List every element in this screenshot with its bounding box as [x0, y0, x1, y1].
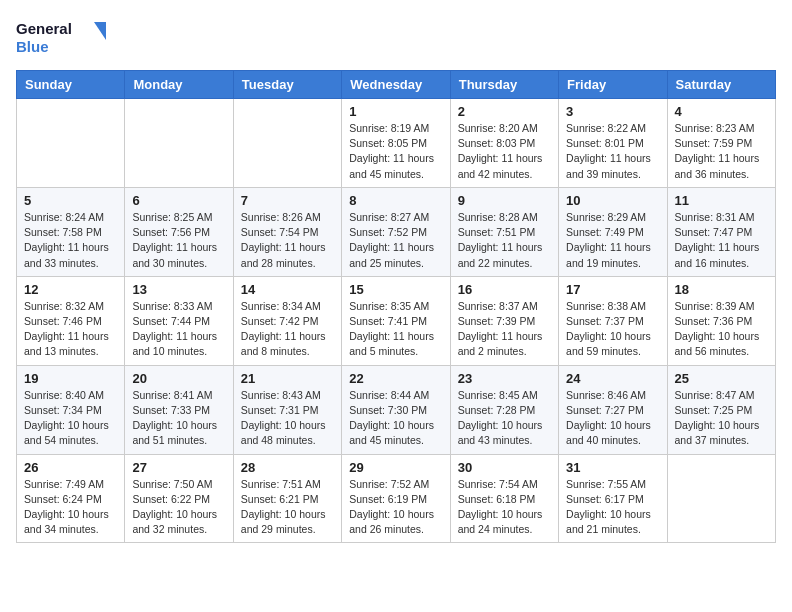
- calendar-cell: 9Sunrise: 8:28 AM Sunset: 7:51 PM Daylig…: [450, 187, 558, 276]
- calendar-cell: 15Sunrise: 8:35 AM Sunset: 7:41 PM Dayli…: [342, 276, 450, 365]
- calendar-cell: 5Sunrise: 8:24 AM Sunset: 7:58 PM Daylig…: [17, 187, 125, 276]
- svg-marker-2: [94, 22, 106, 40]
- calendar-cell: 28Sunrise: 7:51 AM Sunset: 6:21 PM Dayli…: [233, 454, 341, 543]
- day-number: 12: [24, 282, 117, 297]
- column-header-monday: Monday: [125, 71, 233, 99]
- calendar-cell: 26Sunrise: 7:49 AM Sunset: 6:24 PM Dayli…: [17, 454, 125, 543]
- day-info: Sunrise: 8:47 AM Sunset: 7:25 PM Dayligh…: [675, 388, 768, 449]
- day-number: 31: [566, 460, 659, 475]
- calendar-cell: 12Sunrise: 8:32 AM Sunset: 7:46 PM Dayli…: [17, 276, 125, 365]
- column-header-thursday: Thursday: [450, 71, 558, 99]
- day-info: Sunrise: 7:51 AM Sunset: 6:21 PM Dayligh…: [241, 477, 334, 538]
- calendar-cell: [17, 99, 125, 188]
- column-header-friday: Friday: [559, 71, 667, 99]
- calendar-week-row: 26Sunrise: 7:49 AM Sunset: 6:24 PM Dayli…: [17, 454, 776, 543]
- generalblue-logo: General Blue: [16, 16, 106, 62]
- day-info: Sunrise: 8:34 AM Sunset: 7:42 PM Dayligh…: [241, 299, 334, 360]
- calendar-cell: 7Sunrise: 8:26 AM Sunset: 7:54 PM Daylig…: [233, 187, 341, 276]
- calendar-cell: [233, 99, 341, 188]
- calendar-cell: 17Sunrise: 8:38 AM Sunset: 7:37 PM Dayli…: [559, 276, 667, 365]
- day-number: 24: [566, 371, 659, 386]
- calendar-cell: 10Sunrise: 8:29 AM Sunset: 7:49 PM Dayli…: [559, 187, 667, 276]
- day-info: Sunrise: 8:43 AM Sunset: 7:31 PM Dayligh…: [241, 388, 334, 449]
- day-info: Sunrise: 8:20 AM Sunset: 8:03 PM Dayligh…: [458, 121, 551, 182]
- day-number: 20: [132, 371, 225, 386]
- day-number: 16: [458, 282, 551, 297]
- day-number: 10: [566, 193, 659, 208]
- day-info: Sunrise: 7:54 AM Sunset: 6:18 PM Dayligh…: [458, 477, 551, 538]
- calendar-cell: 13Sunrise: 8:33 AM Sunset: 7:44 PM Dayli…: [125, 276, 233, 365]
- calendar-week-row: 12Sunrise: 8:32 AM Sunset: 7:46 PM Dayli…: [17, 276, 776, 365]
- day-info: Sunrise: 8:23 AM Sunset: 7:59 PM Dayligh…: [675, 121, 768, 182]
- day-number: 28: [241, 460, 334, 475]
- day-number: 29: [349, 460, 442, 475]
- day-info: Sunrise: 8:40 AM Sunset: 7:34 PM Dayligh…: [24, 388, 117, 449]
- day-info: Sunrise: 8:46 AM Sunset: 7:27 PM Dayligh…: [566, 388, 659, 449]
- calendar-cell: 2Sunrise: 8:20 AM Sunset: 8:03 PM Daylig…: [450, 99, 558, 188]
- day-info: Sunrise: 8:29 AM Sunset: 7:49 PM Dayligh…: [566, 210, 659, 271]
- svg-text:General: General: [16, 20, 72, 37]
- column-header-saturday: Saturday: [667, 71, 775, 99]
- day-number: 15: [349, 282, 442, 297]
- calendar-cell: 4Sunrise: 8:23 AM Sunset: 7:59 PM Daylig…: [667, 99, 775, 188]
- day-info: Sunrise: 8:33 AM Sunset: 7:44 PM Dayligh…: [132, 299, 225, 360]
- day-info: Sunrise: 8:28 AM Sunset: 7:51 PM Dayligh…: [458, 210, 551, 271]
- calendar-cell: 20Sunrise: 8:41 AM Sunset: 7:33 PM Dayli…: [125, 365, 233, 454]
- day-info: Sunrise: 8:26 AM Sunset: 7:54 PM Dayligh…: [241, 210, 334, 271]
- calendar-cell: 11Sunrise: 8:31 AM Sunset: 7:47 PM Dayli…: [667, 187, 775, 276]
- day-number: 23: [458, 371, 551, 386]
- day-info: Sunrise: 8:31 AM Sunset: 7:47 PM Dayligh…: [675, 210, 768, 271]
- calendar-cell: 24Sunrise: 8:46 AM Sunset: 7:27 PM Dayli…: [559, 365, 667, 454]
- day-info: Sunrise: 8:24 AM Sunset: 7:58 PM Dayligh…: [24, 210, 117, 271]
- calendar-cell: 14Sunrise: 8:34 AM Sunset: 7:42 PM Dayli…: [233, 276, 341, 365]
- logo: General Blue: [16, 16, 106, 62]
- day-number: 7: [241, 193, 334, 208]
- calendar-cell: 23Sunrise: 8:45 AM Sunset: 7:28 PM Dayli…: [450, 365, 558, 454]
- day-number: 13: [132, 282, 225, 297]
- calendar-week-row: 1Sunrise: 8:19 AM Sunset: 8:05 PM Daylig…: [17, 99, 776, 188]
- day-info: Sunrise: 8:27 AM Sunset: 7:52 PM Dayligh…: [349, 210, 442, 271]
- calendar-cell: 27Sunrise: 7:50 AM Sunset: 6:22 PM Dayli…: [125, 454, 233, 543]
- day-info: Sunrise: 8:39 AM Sunset: 7:36 PM Dayligh…: [675, 299, 768, 360]
- day-number: 14: [241, 282, 334, 297]
- day-number: 27: [132, 460, 225, 475]
- day-info: Sunrise: 7:52 AM Sunset: 6:19 PM Dayligh…: [349, 477, 442, 538]
- day-number: 21: [241, 371, 334, 386]
- calendar-cell: 31Sunrise: 7:55 AM Sunset: 6:17 PM Dayli…: [559, 454, 667, 543]
- column-header-wednesday: Wednesday: [342, 71, 450, 99]
- calendar-week-row: 5Sunrise: 8:24 AM Sunset: 7:58 PM Daylig…: [17, 187, 776, 276]
- day-number: 9: [458, 193, 551, 208]
- day-info: Sunrise: 8:35 AM Sunset: 7:41 PM Dayligh…: [349, 299, 442, 360]
- calendar-cell: 6Sunrise: 8:25 AM Sunset: 7:56 PM Daylig…: [125, 187, 233, 276]
- day-number: 5: [24, 193, 117, 208]
- day-number: 8: [349, 193, 442, 208]
- day-info: Sunrise: 7:49 AM Sunset: 6:24 PM Dayligh…: [24, 477, 117, 538]
- day-number: 17: [566, 282, 659, 297]
- day-number: 2: [458, 104, 551, 119]
- day-info: Sunrise: 7:55 AM Sunset: 6:17 PM Dayligh…: [566, 477, 659, 538]
- day-info: Sunrise: 8:22 AM Sunset: 8:01 PM Dayligh…: [566, 121, 659, 182]
- day-info: Sunrise: 8:32 AM Sunset: 7:46 PM Dayligh…: [24, 299, 117, 360]
- calendar-week-row: 19Sunrise: 8:40 AM Sunset: 7:34 PM Dayli…: [17, 365, 776, 454]
- calendar-cell: 25Sunrise: 8:47 AM Sunset: 7:25 PM Dayli…: [667, 365, 775, 454]
- calendar-header-row: SundayMondayTuesdayWednesdayThursdayFrid…: [17, 71, 776, 99]
- day-number: 19: [24, 371, 117, 386]
- calendar-cell: 22Sunrise: 8:44 AM Sunset: 7:30 PM Dayli…: [342, 365, 450, 454]
- day-info: Sunrise: 8:25 AM Sunset: 7:56 PM Dayligh…: [132, 210, 225, 271]
- calendar-cell: 18Sunrise: 8:39 AM Sunset: 7:36 PM Dayli…: [667, 276, 775, 365]
- day-info: Sunrise: 8:37 AM Sunset: 7:39 PM Dayligh…: [458, 299, 551, 360]
- calendar-cell: 30Sunrise: 7:54 AM Sunset: 6:18 PM Dayli…: [450, 454, 558, 543]
- day-info: Sunrise: 8:45 AM Sunset: 7:28 PM Dayligh…: [458, 388, 551, 449]
- column-header-tuesday: Tuesday: [233, 71, 341, 99]
- day-info: Sunrise: 8:38 AM Sunset: 7:37 PM Dayligh…: [566, 299, 659, 360]
- calendar-cell: [125, 99, 233, 188]
- calendar-cell: 21Sunrise: 8:43 AM Sunset: 7:31 PM Dayli…: [233, 365, 341, 454]
- calendar-table: SundayMondayTuesdayWednesdayThursdayFrid…: [16, 70, 776, 543]
- svg-text:Blue: Blue: [16, 38, 49, 55]
- day-number: 4: [675, 104, 768, 119]
- day-number: 1: [349, 104, 442, 119]
- calendar-cell: [667, 454, 775, 543]
- day-info: Sunrise: 8:19 AM Sunset: 8:05 PM Dayligh…: [349, 121, 442, 182]
- calendar-cell: 19Sunrise: 8:40 AM Sunset: 7:34 PM Dayli…: [17, 365, 125, 454]
- day-info: Sunrise: 8:44 AM Sunset: 7:30 PM Dayligh…: [349, 388, 442, 449]
